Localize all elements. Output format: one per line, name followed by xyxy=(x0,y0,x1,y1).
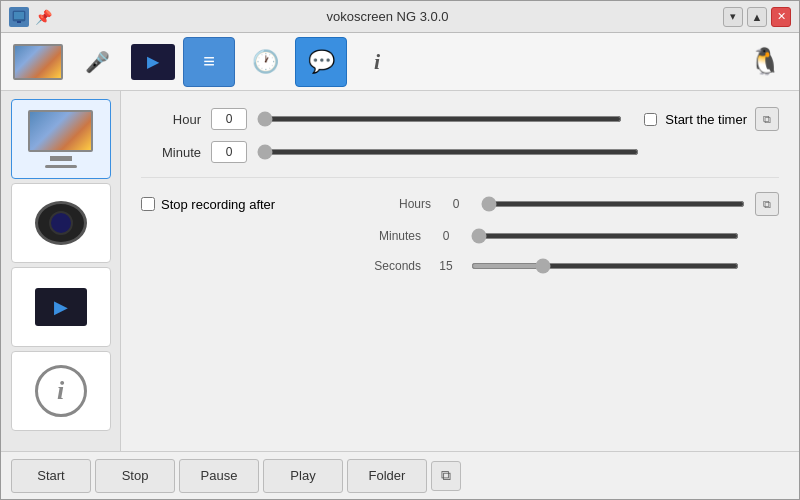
toolbar-linux-btn: 🐧 xyxy=(739,37,791,87)
hour-label: Hour xyxy=(141,112,201,127)
start-timer-label: Start the timer xyxy=(665,112,747,127)
window-controls: ▾ ▲ ✕ xyxy=(723,7,791,27)
sidebar: ▶ i xyxy=(1,91,121,451)
start-button[interactable]: Start xyxy=(11,459,91,493)
toolbar-info-btn[interactable]: i xyxy=(351,37,403,87)
main-area: ▶ i Hour 0 Start the timer ⧉ xyxy=(1,91,799,451)
minutes-label: Minutes xyxy=(361,229,421,243)
minute-slider-container xyxy=(257,149,639,155)
toolbar-chat-btn[interactable]: 💬 xyxy=(295,37,347,87)
sidebar-item-camera[interactable] xyxy=(11,183,111,263)
content-area: Hour 0 Start the timer ⧉ Minute 0 xyxy=(121,91,799,451)
minutes-slider[interactable] xyxy=(471,233,739,239)
pause-button[interactable]: Pause xyxy=(179,459,259,493)
hours-slider-container xyxy=(481,201,745,207)
toolbar-screen-btn[interactable] xyxy=(9,36,67,88)
toolbar-timer-btn[interactable]: 🕐 xyxy=(239,37,291,87)
hour-value: 0 xyxy=(211,108,247,130)
stop-recording-hours-row: Stop recording after Hours 0 ⧉ xyxy=(141,192,779,216)
svg-rect-2 xyxy=(17,21,21,23)
close-btn[interactable]: ✕ xyxy=(771,7,791,27)
bottombar: Start Stop Pause Play Folder ⧉ xyxy=(1,451,799,499)
window-title: vokoscreen NG 3.0.0 xyxy=(58,9,717,24)
titlebar: 📌 vokoscreen NG 3.0.0 ▾ ▲ ✕ xyxy=(1,1,799,33)
stop-recording-label: Stop recording after xyxy=(161,197,275,212)
hours-value: 0 xyxy=(441,194,471,214)
minute-row: Minute 0 xyxy=(141,141,779,163)
minute-label: Minute xyxy=(141,145,201,160)
minimize-btn[interactable]: ▲ xyxy=(747,7,767,27)
seconds-label: Seconds xyxy=(361,259,421,273)
sidebar-item-screen[interactable] xyxy=(11,99,111,179)
minute-slider[interactable] xyxy=(257,149,639,155)
hour-row: Hour 0 Start the timer ⧉ xyxy=(141,107,779,131)
start-timer-checkbox[interactable] xyxy=(644,113,657,126)
minutes-sub-row: Minutes 0 xyxy=(141,226,779,246)
hours-slider[interactable] xyxy=(481,201,745,207)
divider-1 xyxy=(141,177,779,178)
dropdown-btn[interactable]: ▾ xyxy=(723,7,743,27)
minutes-value: 0 xyxy=(431,226,461,246)
toolbar-video-btn[interactable]: ▶ xyxy=(127,37,179,87)
toolbar: 🎤 ▶ ≡ 🕐 💬 i 🐧 xyxy=(1,33,799,91)
stop-button[interactable]: Stop xyxy=(95,459,175,493)
hour-info-btn[interactable]: ⧉ xyxy=(755,107,779,131)
bottombar-info-btn[interactable]: ⧉ xyxy=(431,461,461,491)
seconds-sub-row: Seconds 15 xyxy=(141,256,779,276)
seconds-value: 15 xyxy=(431,256,461,276)
hours-label: Hours xyxy=(371,197,431,211)
toolbar-audio-btn[interactable]: 🎤 xyxy=(71,37,123,87)
toolbar-settings-btn[interactable]: ≡ xyxy=(183,37,235,87)
svg-rect-1 xyxy=(14,12,24,19)
stop-recording-row: Stop recording after xyxy=(141,197,361,212)
seconds-slider-container xyxy=(471,263,739,269)
minute-value: 0 xyxy=(211,141,247,163)
sidebar-item-info[interactable]: i xyxy=(11,351,111,431)
sidebar-item-player[interactable]: ▶ xyxy=(11,267,111,347)
hour-slider[interactable] xyxy=(257,116,622,122)
hour-slider-container xyxy=(257,116,622,122)
hours-info-btn[interactable]: ⧉ xyxy=(755,192,779,216)
pin-icon[interactable]: 📌 xyxy=(35,9,52,25)
main-window: 📌 vokoscreen NG 3.0.0 ▾ ▲ ✕ 🎤 ▶ ≡ 🕐 💬 i … xyxy=(0,0,800,500)
play-button[interactable]: Play xyxy=(263,459,343,493)
folder-button[interactable]: Folder xyxy=(347,459,427,493)
minutes-slider-container xyxy=(471,233,739,239)
seconds-slider[interactable] xyxy=(471,263,739,269)
stop-recording-checkbox[interactable] xyxy=(141,197,155,211)
app-icon xyxy=(9,7,29,27)
